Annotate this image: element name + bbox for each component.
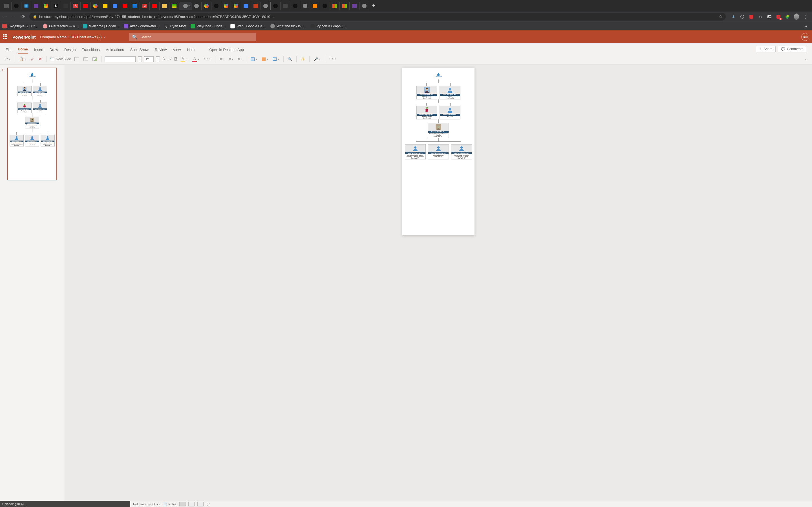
bold-button[interactable]: B [174, 57, 177, 62]
grow-font-button[interactable]: Aˆ [162, 56, 166, 61]
tab-home[interactable]: Home [18, 47, 28, 54]
layout-button[interactable] [73, 57, 80, 62]
slide-canvas[interactable]: COMPANY NAME Name recFFWVnTvan… Founder … [402, 68, 474, 235]
search-input[interactable] [140, 35, 253, 39]
designer-button[interactable]: ✨ [300, 57, 306, 62]
browser-tab[interactable] [231, 2, 241, 10]
bookmarks-overflow-icon[interactable]: » [805, 24, 810, 29]
undo-button[interactable]: ↶▾ [4, 57, 11, 62]
paste-button[interactable]: 📋▾ [18, 57, 27, 62]
browser-tab[interactable]: S [51, 2, 61, 10]
user-avatar[interactable]: ВШ [801, 33, 809, 41]
bookmark-item[interactable]: PlayCode - Code… [191, 24, 226, 29]
shrink-font-button[interactable]: Aˇ [168, 57, 172, 61]
browser-tab[interactable] [91, 2, 100, 10]
browser-tab[interactable] [160, 2, 169, 10]
tab-file[interactable]: File [6, 48, 11, 54]
find-button[interactable]: 🔍 [287, 57, 293, 62]
browser-tab[interactable] [290, 2, 300, 10]
extension-icon[interactable]: ⊘ [758, 14, 763, 19]
font-size-dd[interactable]: ▾ [156, 56, 160, 62]
browser-tab[interactable] [31, 2, 41, 10]
browser-tab[interactable] [340, 2, 350, 10]
browser-tab[interactable] [251, 2, 261, 10]
font-more-button[interactable]: • • • [203, 57, 212, 62]
reload-button[interactable]: ⟳ [20, 14, 26, 19]
browser-tab[interactable] [281, 2, 290, 10]
bookmark-item[interactable]: Overreacted — A… [43, 24, 79, 29]
document-name[interactable]: Company Name ORG Chart views (2)▾ [40, 35, 105, 39]
browser-tab[interactable] [169, 2, 179, 10]
forward-button[interactable]: → [11, 14, 17, 19]
browser-tab[interactable] [310, 2, 320, 10]
browser-tab[interactable] [359, 2, 369, 10]
font-size-input[interactable]: 12 [144, 56, 154, 62]
browser-tab[interactable] [21, 2, 31, 10]
dictate-button[interactable]: 🎤▾ [313, 57, 322, 62]
browser-tab[interactable] [202, 2, 211, 10]
app-launcher-icon[interactable] [3, 34, 8, 40]
new-slide-button[interactable]: ＋ New Slide [50, 57, 71, 61]
slide-thumbnail-1[interactable]: COMPANY NAME Name recFFWVnTvan… Founder … [7, 68, 57, 180]
browser-tab-active[interactable]: × [179, 2, 192, 10]
normal-view-button[interactable] [179, 502, 186, 506]
browser-tab[interactable] [120, 2, 130, 10]
bookmark-item[interactable]: What the fuck is …. [270, 24, 306, 29]
tab-draw[interactable]: Draw [50, 48, 58, 54]
bookmark-item[interactable]: Web | Google De… [231, 24, 266, 29]
extension-icon[interactable]: P6 [776, 14, 781, 19]
browser-tab[interactable] [211, 2, 221, 10]
numbering-button[interactable]: ≡▾ [228, 56, 235, 62]
format-painter-button[interactable]: 🖌 [29, 57, 35, 62]
extension-icon[interactable] [740, 14, 745, 19]
tab-insert[interactable]: Insert [34, 48, 43, 54]
extension-icon[interactable]: ✳ [731, 14, 736, 19]
browser-tab[interactable] [11, 2, 21, 10]
search-box[interactable]: 🔍 [129, 33, 256, 41]
share-button[interactable]: ⇪Share [756, 46, 776, 52]
browser-tab[interactable] [271, 2, 281, 10]
tab-design[interactable]: Design [64, 48, 75, 54]
tab-review[interactable]: Review [155, 48, 167, 54]
slide-thumbnails-panel[interactable]: 1 COMPANY NAME Name recFFWVnTvan… Founde… [0, 65, 65, 507]
font-family-dd[interactable]: ▾ [138, 56, 142, 62]
comments-button[interactable]: 💬Comments [778, 46, 806, 52]
close-icon[interactable]: × [188, 4, 191, 8]
open-in-desktop-link[interactable]: Open in Desktop App [209, 48, 244, 54]
shape-fill-button[interactable]: ▾ [260, 57, 269, 61]
browser-tab[interactable] [110, 2, 120, 10]
browser-tab[interactable] [320, 2, 330, 10]
bullets-button[interactable]: ≣▾ [218, 56, 226, 62]
bookmark-item[interactable]: Welcome | Codeb… [83, 24, 119, 29]
help-improve-link[interactable]: Help Improve Office [133, 503, 160, 506]
browser-tab[interactable]: A [71, 2, 81, 10]
bookmark-item[interactable]: after - WordRefer… [124, 24, 159, 29]
browser-tab[interactable] [221, 2, 231, 10]
bookmark-item[interactable]: Входящие (2 382… [2, 24, 38, 29]
extension-icon[interactable]: JB [767, 14, 772, 19]
shapes-button[interactable]: ▾ [250, 57, 258, 61]
browser-tab[interactable]: M [140, 2, 150, 10]
font-color-button[interactable]: A▾ [191, 56, 200, 62]
url-field[interactable]: 🔒 bmsturu-my.sharepoint.com/:p:/r/person… [29, 13, 726, 20]
section-button[interactable] [82, 57, 89, 61]
align-button[interactable]: ≡▾ [237, 56, 243, 62]
profile-avatar[interactable] [794, 14, 799, 19]
browser-tab[interactable] [130, 2, 140, 10]
zoom-to-fit-button[interactable]: ⛶ [206, 503, 209, 506]
kebab-menu-icon[interactable]: ⋮ [803, 14, 808, 19]
highlight-button[interactable]: ✎▾ [180, 56, 189, 62]
browser-tab[interactable] [350, 2, 359, 10]
browser-tab[interactable] [241, 2, 251, 10]
browser-tab[interactable] [61, 2, 71, 10]
extension-icon[interactable] [749, 14, 754, 19]
browser-tab[interactable] [330, 2, 340, 10]
collapse-ribbon-icon[interactable]: ⌄ [805, 57, 808, 61]
tab-view[interactable]: View [173, 48, 181, 54]
bookmark-item[interactable]: {}Ryan Morr [164, 24, 186, 29]
new-tab-button[interactable]: + [369, 3, 378, 9]
browser-tab[interactable] [81, 2, 91, 10]
notes-toggle[interactable]: 📄Notes [163, 502, 176, 506]
tab-slideshow[interactable]: Slide Show [130, 48, 149, 54]
browser-tab[interactable] [150, 2, 160, 10]
